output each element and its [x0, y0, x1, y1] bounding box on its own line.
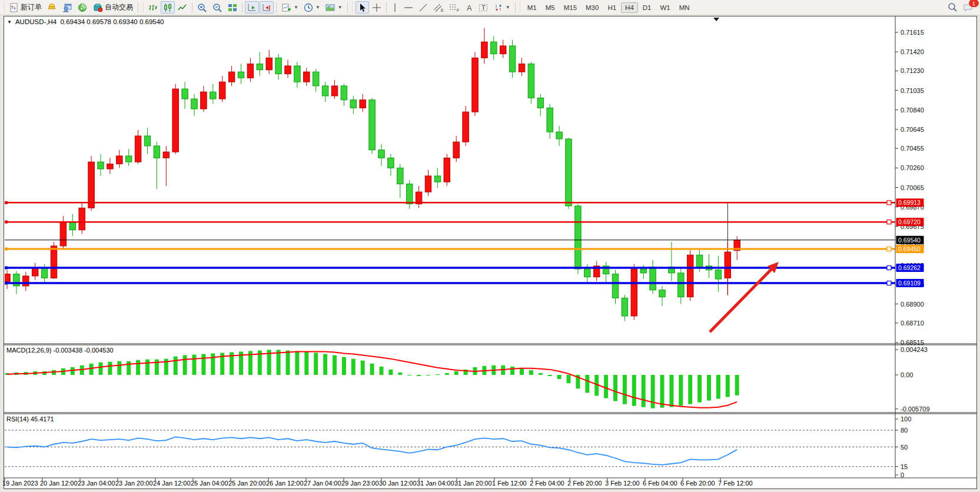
new-order-label: 新订单	[21, 2, 42, 12]
candle-body	[304, 72, 310, 82]
candle-body	[79, 208, 85, 230]
auto-scroll-button[interactable]	[245, 1, 259, 14]
tile-windows-button[interactable]	[225, 1, 240, 14]
community-button[interactable]	[60, 1, 75, 14]
candlestick-chart-button[interactable]	[161, 1, 175, 14]
cursor-tool-button[interactable]	[356, 1, 369, 14]
timeframe-w1[interactable]: W1	[656, 2, 675, 13]
deposit-button[interactable]	[45, 1, 59, 14]
time-axis-label: 1 Feb 12:00	[492, 480, 527, 487]
arrows-tool-button[interactable]: ▼	[491, 1, 513, 14]
vertical-line-tool-button[interactable]	[389, 1, 401, 14]
macd-bar	[726, 375, 730, 397]
bar-chart-button[interactable]	[146, 1, 160, 14]
candle-body	[519, 64, 525, 72]
chevron-down-icon: ▼	[294, 5, 298, 10]
candle-body	[481, 42, 488, 58]
rsi-indicator-label: RSI(14) 45.4171	[6, 415, 54, 423]
candle-body	[397, 168, 404, 184]
candle-body	[144, 136, 151, 146]
text-label-tool-button[interactable]: T	[476, 1, 491, 14]
chart-canvas[interactable]: 0.716150.714200.712300.710350.708400.706…	[0, 0, 980, 492]
price-badge-label: 0.69109	[898, 280, 921, 287]
price-scale: 0.716150.714200.712300.710350.708400.706…	[895, 29, 930, 478]
macd-bar	[660, 375, 665, 408]
timeframe-h4[interactable]: H4	[621, 2, 638, 13]
timeframe-m15[interactable]: M15	[560, 2, 581, 13]
chart-menu-icon[interactable]: ▼	[7, 19, 12, 25]
timeframe-m5[interactable]: M5	[542, 2, 559, 13]
timeframe-h1[interactable]: H1	[603, 2, 620, 13]
zoom-in-button[interactable]	[195, 1, 210, 14]
candle-body	[191, 99, 198, 109]
zoom-in-icon	[197, 3, 207, 12]
candle-body	[537, 98, 544, 108]
signals-button[interactable]	[75, 1, 90, 14]
macd-bar	[707, 375, 711, 401]
macd-bar	[211, 354, 215, 375]
svg-text:A: A	[467, 4, 472, 12]
toolbar-grip[interactable]	[142, 2, 144, 13]
macd-bar	[716, 375, 720, 399]
timeframe-m1[interactable]: M1	[523, 2, 541, 13]
svg-text:E: E	[441, 8, 444, 12]
candle-body	[547, 108, 553, 132]
crosshair-tool-button[interactable]	[370, 1, 384, 14]
chart-ohlc-readout: 0.69434 0.69578 0.69340 0.69540	[61, 18, 164, 25]
candle-body	[509, 46, 516, 72]
autotrading-icon	[93, 3, 103, 12]
text-tool-button[interactable]: A	[463, 1, 476, 14]
period-button[interactable]: ▼	[301, 1, 323, 14]
toolbar-separator	[386, 2, 387, 13]
candle-body	[219, 82, 225, 99]
rsi-tick-label: 50	[901, 444, 908, 451]
price-tick-label: 0.70065	[901, 184, 924, 191]
rsi-tick-label: 15	[901, 463, 908, 470]
timeframe-m30[interactable]: M30	[582, 2, 603, 13]
candle-body	[434, 176, 441, 182]
level-left-handle	[5, 267, 8, 270]
macd-bar	[688, 375, 692, 404]
price-badges: 0.699130.697200.695400.694500.692620.691…	[887, 198, 924, 287]
macd-bar	[201, 354, 205, 375]
timeframe-mn[interactable]: MN	[675, 2, 694, 13]
macd-bar	[548, 375, 552, 376]
zoom-out-button[interactable]	[210, 1, 225, 14]
templates-button[interactable]: ▼	[323, 1, 345, 14]
toolbar-grip[interactable]	[519, 2, 521, 13]
bar-chart-icon	[148, 3, 158, 12]
search-button[interactable]	[945, 1, 960, 14]
notifications-button[interactable]: 1	[961, 1, 976, 14]
macd-bar	[454, 371, 459, 375]
horizontal-line-tool-button[interactable]	[401, 1, 416, 14]
equidistant-channel-tool-button[interactable]: E	[431, 1, 446, 14]
user-window-icon	[62, 3, 72, 12]
new-order-button[interactable]: 新订单	[7, 1, 44, 14]
time-axis-label: 6 Feb 20:00	[680, 480, 715, 487]
svg-text:T: T	[481, 4, 486, 11]
macd-bar	[417, 375, 421, 376]
toolbar-separator	[192, 2, 192, 13]
fibonacci-tool-button[interactable]: F	[447, 1, 462, 14]
time-axis: 19 Jan 202320 Jan 12:0023 Jan 04:0023 Ja…	[2, 478, 753, 487]
time-axis-label: 25 Jan 20:00	[228, 480, 266, 487]
trendline-tool-button[interactable]	[416, 1, 430, 14]
candle-body	[117, 156, 123, 164]
timeframe-d1[interactable]: D1	[639, 2, 656, 13]
toolbar-grip[interactable]	[3, 2, 5, 13]
new-order-icon	[9, 3, 19, 12]
horizontal-line-icon	[404, 3, 413, 12]
macd-bar	[136, 360, 140, 375]
new-chart-button[interactable]: ▼	[279, 1, 301, 14]
candle-body	[51, 246, 57, 278]
chart-shift-button[interactable]	[260, 1, 274, 14]
candle-body	[125, 156, 132, 162]
autotrading-button[interactable]: 自动交易	[91, 1, 135, 14]
svg-text:F: F	[457, 8, 459, 12]
macd-bar	[351, 359, 356, 375]
line-chart-button[interactable]	[175, 1, 190, 14]
macd-bar	[286, 350, 290, 375]
chevron-down-icon: ▼	[506, 5, 510, 10]
arrow-shapes-icon	[494, 3, 503, 12]
toolbar-grip[interactable]	[351, 2, 354, 13]
